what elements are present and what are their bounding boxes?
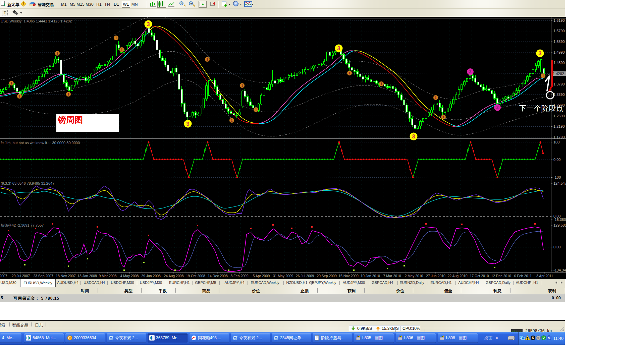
svg-text:1: 1 [10, 81, 12, 85]
svg-text:18 Nov 2007: 18 Nov 2007 [56, 274, 76, 278]
svg-text:1.5390: 1.5390 [553, 40, 565, 44]
svg-text:2 May 2010: 2 May 2010 [405, 274, 423, 278]
svg-text:7 Mar 2010: 7 Mar 2010 [383, 274, 401, 278]
svg-text:17 Oct 2010: 17 Oct 2010 [470, 274, 489, 278]
svg-text:1.5790: 1.5790 [553, 29, 565, 33]
svg-text:1: 1 [380, 81, 382, 86]
svg-text:1: 1 [67, 92, 69, 97]
svg-text:V: V [548, 337, 550, 340]
svg-text:1: 1 [435, 95, 437, 100]
svg-text:19 Oct 2008: 19 Oct 2008 [186, 274, 205, 278]
svg-text:14 Dec 2008: 14 Dec 2008 [208, 274, 228, 278]
svg-text:1.4590: 1.4590 [553, 61, 565, 65]
svg-text:3: 3 [147, 21, 150, 27]
svg-text:fe Jim, but not as we know it.: fe Jim, but not as we know it... 30.0000… [1, 141, 80, 145]
svg-text:26 Jul 2009: 26 Jul 2009 [296, 274, 314, 278]
svg-text:-100: -100 [553, 175, 561, 179]
svg-text:9 Mar 2008: 9 Mar 2008 [99, 274, 116, 278]
svg-text:1: 1 [542, 73, 544, 78]
svg-text:1.1790: 1.1790 [553, 135, 565, 139]
svg-text:0.00: 0.00 [553, 245, 560, 249]
svg-text:2007: 2007 [0, 274, 7, 278]
svg-text:0.00: 0.00 [553, 158, 560, 162]
svg-text:8 Feb 2009: 8 Feb 2009 [230, 274, 248, 278]
svg-text:2: 2 [469, 69, 471, 74]
svg-text:下一个阶段点: 下一个阶段点 [519, 104, 564, 112]
svg-text:3: 3 [412, 133, 415, 140]
svg-text:1.2590: 1.2590 [553, 114, 565, 118]
svg-text:5 Apr 2009: 5 Apr 2009 [253, 274, 270, 278]
svg-text:1: 1 [442, 115, 444, 119]
svg-text:100: 100 [553, 140, 559, 144]
svg-text:1.2190: 1.2190 [553, 124, 565, 128]
svg-text:10 Jan 2010: 10 Jan 2010 [361, 274, 380, 278]
svg-text:镑周图: 镑周图 [57, 115, 83, 124]
svg-text:1: 1 [121, 47, 123, 52]
svg-text:1: 1 [18, 94, 20, 99]
svg-text:1.3390: 1.3390 [553, 93, 565, 97]
svg-text:1: 1 [206, 57, 208, 62]
svg-text:1: 1 [56, 51, 58, 56]
svg-text:-18.3801: -18.3801 [553, 218, 566, 222]
svg-text:USD,Weekly 1.4365 1.4441 1.41: USD,Weekly 1.4365 1.4441 1.4123 1.4202 [1, 19, 72, 23]
svg-text:27 Jun 2010: 27 Jun 2010 [426, 274, 445, 278]
svg-text:29 Jul 2007: 29 Jul 2007 [12, 274, 30, 278]
svg-text:(9,3,3) 63.0546 78.9495 31.264: (9,3,3) 63.0546 78.9495 31.2647 [1, 181, 54, 185]
svg-text:1: 1 [115, 36, 117, 40]
svg-text:129.5852: 129.5852 [553, 223, 566, 227]
svg-text:1.4202: 1.4202 [553, 72, 564, 76]
svg-text:24 Aug 2008: 24 Aug 2008 [164, 274, 184, 278]
svg-text:新德科42 -2.3691 77.7557: 新德科42 -2.3691 77.7557 [1, 223, 44, 227]
svg-text:31 May 2009: 31 May 2009 [273, 274, 293, 278]
svg-text:124.5475: 124.5475 [553, 181, 566, 185]
svg-text:6 Feb 2011: 6 Feb 2011 [514, 274, 532, 278]
svg-text:-134.347: -134.347 [553, 268, 566, 272]
svg-text:3: 3 [538, 50, 541, 57]
svg-text:2: 2 [496, 105, 498, 110]
svg-text:12 Dec 2010: 12 Dec 2010 [491, 274, 511, 278]
svg-text:3 Apr 2011: 3 Apr 2011 [536, 274, 553, 278]
svg-text:29 Jun 2008: 29 Jun 2008 [141, 274, 161, 278]
svg-text:23 Sep 2007: 23 Sep 2007 [33, 274, 53, 278]
svg-text:4 May 2008: 4 May 2008 [120, 274, 139, 278]
svg-text:1: 1 [255, 107, 257, 112]
svg-text:3: 3 [337, 45, 340, 52]
svg-text:13 Jan 2008: 13 Jan 2008 [77, 274, 97, 278]
svg-text:1.4990: 1.4990 [553, 50, 565, 54]
svg-text:1.3790: 1.3790 [553, 82, 565, 86]
svg-text:1: 1 [348, 71, 351, 75]
svg-text:1: 1 [231, 118, 233, 123]
svg-text:1: 1 [241, 83, 243, 88]
svg-text:1.6190: 1.6190 [553, 18, 565, 22]
svg-text:K: K [532, 336, 534, 340]
svg-text:20 Sep 2009: 20 Sep 2009 [317, 274, 337, 278]
svg-text:22 Aug 2010: 22 Aug 2010 [448, 274, 468, 278]
svg-text:15 Nov 2009: 15 Nov 2009 [338, 274, 359, 278]
svg-text:3: 3 [186, 121, 189, 127]
